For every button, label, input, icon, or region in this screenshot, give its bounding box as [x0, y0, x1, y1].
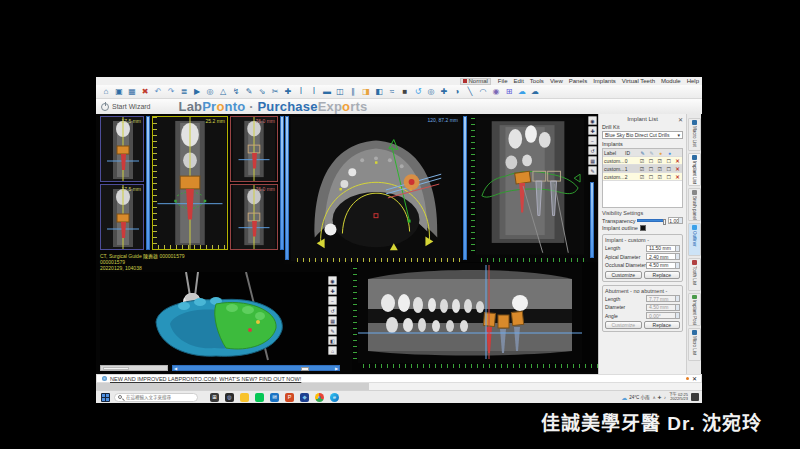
transparency-value[interactable]: 1.00 — [668, 217, 683, 224]
view-tool-button[interactable]: ▦ — [588, 156, 597, 165]
sleeve-checkbox[interactable]: ☑ — [655, 174, 664, 180]
toolbar-icon[interactable]: ⊞ — [503, 86, 515, 98]
view-tool-button[interactable]: ⌂ — [328, 346, 337, 355]
taskbar-app-icon[interactable]: e — [330, 393, 339, 402]
field-value[interactable]: 11.50 mm — [646, 245, 680, 252]
implant-id-checkbox[interactable]: 1 — [625, 166, 638, 172]
toolbar-icon[interactable]: ☁ — [516, 86, 528, 98]
tray-icon[interactable]: ✚ — [658, 395, 662, 400]
dock-tab[interactable]: Macro List — [688, 118, 701, 151]
toolbar-icon[interactable]: ≣ — [178, 86, 190, 98]
model-3d-slider[interactable]: ◀▶ — [172, 365, 340, 371]
toolbar-icon[interactable]: ▬ — [321, 86, 333, 98]
cross-section-view-4[interactable]: 76.0 mm — [230, 184, 278, 250]
axial-scrollbar-right[interactable] — [463, 116, 467, 260]
dock-tab[interactable]: Implant List — [688, 153, 701, 186]
menu-item[interactable]: Tools — [527, 78, 547, 84]
toolbar-icon[interactable]: ✂ — [269, 86, 281, 98]
toolbar-icon[interactable]: ◫ — [334, 86, 346, 98]
menu-item[interactable]: Implants — [590, 78, 619, 84]
weather-widget[interactable]: ☁24°C 小雨 — [621, 394, 649, 401]
menu-item[interactable]: Help — [684, 78, 702, 84]
notification-link[interactable]: NEW AND IMPROVED LABPRONTO.COM: WHAT’S N… — [110, 376, 301, 382]
toolbar-icon[interactable]: ↶ — [152, 86, 164, 98]
view-tool-button[interactable]: ◉ — [328, 276, 337, 285]
drill-kit-dropdown[interactable]: Blue Sky Bio Direct Cut Drills▾ — [602, 131, 683, 139]
toolbar-icon[interactable]: Ⅰ — [295, 86, 307, 98]
toolbar-icon[interactable]: ◉ — [490, 86, 502, 98]
toolbar-icon[interactable]: ▶ — [191, 86, 203, 98]
delete-implant-button[interactable]: ✕ — [673, 158, 682, 164]
cross-section-main-view[interactable]: 25.2 mm — [152, 116, 228, 250]
taskbar-app-icon[interactable]: ● — [315, 393, 324, 402]
axial-scrollbar-left[interactable] — [285, 116, 289, 260]
close-icon[interactable]: ✕ — [692, 375, 697, 382]
edit-checkbox[interactable]: ☐ — [646, 158, 655, 164]
dock-tab[interactable]: Implant Positions — [688, 293, 701, 326]
dock-tab[interactable]: Outliner — [688, 223, 701, 256]
lock-checkbox[interactable]: ☐ — [664, 174, 673, 180]
menu-item[interactable]: Virtual Teeth — [619, 78, 658, 84]
lock-checkbox[interactable]: ☐ — [664, 166, 673, 172]
view-tool-button[interactable]: − — [588, 136, 597, 145]
menu-item[interactable]: File — [495, 78, 511, 84]
delete-implant-button[interactable]: ✕ — [673, 174, 682, 180]
taskbar-app-icon[interactable]: ✉ — [270, 393, 279, 402]
cross-section-view-3[interactable]: 76.0 mm — [230, 116, 278, 182]
cross-section-view-2[interactable]: 17.5 mm — [100, 184, 144, 250]
model-3d-view[interactable]: ▲ ▼ ◄ ► ◉✚−↺▦✎◧⌂ — [100, 272, 340, 364]
taskbar-app-icon[interactable]: ◍ — [225, 393, 234, 402]
transparency-slider[interactable] — [637, 219, 666, 222]
toolbar-icon[interactable]: ✚ — [438, 86, 450, 98]
field-value[interactable]: 4.50 mm — [646, 262, 680, 269]
visibility-checkbox[interactable]: ☑ — [638, 166, 647, 172]
edit-checkbox[interactable]: ☐ — [646, 166, 655, 172]
taskbar-clock[interactable]: 下午 02:25 2022/5/23 — [669, 393, 688, 402]
toolbar-icon[interactable]: Ⅰ — [308, 86, 320, 98]
toolbar-icon[interactable]: ◑ — [451, 86, 463, 98]
touch-keyboard-icon[interactable] — [691, 393, 699, 401]
toolbar-icon[interactable]: ◠ — [477, 86, 489, 98]
cross-group-scrollbar[interactable] — [146, 116, 150, 250]
toolbar-icon[interactable]: ↷ — [165, 86, 177, 98]
toolbar-icon[interactable]: ◎ — [204, 86, 216, 98]
cross-section-view-1[interactable]: 17.5 mm — [100, 116, 144, 182]
toolbar-icon[interactable]: ∥ — [347, 86, 359, 98]
dock-tab[interactable]: Brush panel — [688, 188, 701, 221]
toolbar-icon[interactable]: ≈ — [386, 86, 398, 98]
toolbar-icon[interactable]: ✚ — [282, 86, 294, 98]
view-tool-button[interactable]: ↺ — [588, 146, 597, 155]
axial-view[interactable]: 120, 87.2 mm — [284, 114, 468, 264]
toolbar-icon[interactable]: ⇘ — [256, 86, 268, 98]
toolbar-icon[interactable]: ✎ — [243, 86, 255, 98]
view-tool-button[interactable]: ✚ — [328, 286, 337, 295]
menu-item[interactable]: Panels — [566, 78, 590, 84]
sleeve-checkbox[interactable]: ☑ — [655, 158, 664, 164]
view-tool-button[interactable]: ✎ — [328, 326, 337, 335]
replace-button[interactable]: Replace — [644, 321, 681, 329]
delete-implant-button[interactable]: ✕ — [673, 166, 682, 172]
close-icon[interactable]: ✕ — [678, 116, 683, 123]
implant-id-checkbox[interactable]: 0 — [625, 158, 638, 164]
tray-icon[interactable]: ∧ — [653, 395, 656, 400]
tangential-view[interactable] — [470, 114, 588, 264]
toolbar-icon[interactable]: ◧ — [373, 86, 385, 98]
taskbar-app-icon[interactable]: ◆ — [300, 393, 309, 402]
toolbar-icon[interactable]: ✖ — [139, 86, 151, 98]
start-wizard-button[interactable]: Start Wizard — [101, 103, 151, 111]
start-button[interactable] — [101, 393, 110, 402]
view-tool-button[interactable]: ◉ — [588, 116, 597, 125]
outline-color-swatch[interactable] — [640, 225, 646, 231]
view-tool-button[interactable]: ↺ — [328, 306, 337, 315]
sleeve-checkbox[interactable]: ☑ — [655, 166, 664, 172]
view-tool-button[interactable]: ✚ — [588, 126, 597, 135]
toolbar-icon[interactable]: ◎ — [425, 86, 437, 98]
replace-button[interactable]: Replace — [644, 271, 681, 279]
toolbar-icon[interactable]: △ — [217, 86, 229, 98]
taskbar-app-icon[interactable]: ⊞ — [210, 393, 219, 402]
toolbar-icon[interactable]: ☁ — [529, 86, 541, 98]
visibility-checkbox[interactable]: ☑ — [638, 174, 647, 180]
dock-tab[interactable]: Tooth List — [688, 258, 701, 291]
toolbar-icon[interactable]: ↺ — [412, 86, 424, 98]
implant-id-checkbox[interactable]: 2 — [625, 174, 638, 180]
